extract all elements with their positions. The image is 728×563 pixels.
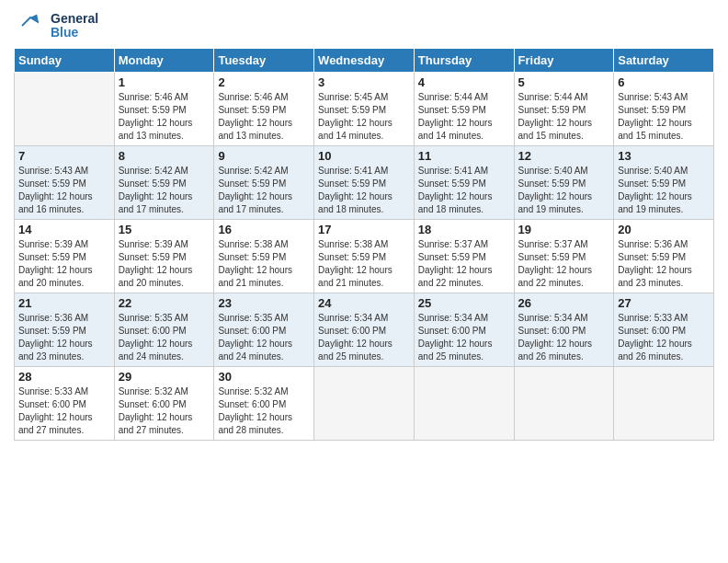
day-info: Sunrise: 5:41 AM Sunset: 5:59 PM Dayligh… — [418, 165, 510, 216]
day-number: 12 — [518, 149, 610, 163]
logo-bird-icon — [14, 9, 47, 42]
day-number: 26 — [518, 296, 610, 310]
day-number: 21 — [18, 296, 110, 310]
day-info: Sunrise: 5:46 AM Sunset: 5:59 PM Dayligh… — [218, 91, 310, 143]
calendar-cell: 24Sunrise: 5:34 AM Sunset: 6:00 PM Dayli… — [314, 293, 415, 367]
calendar-header-sunday: Sunday — [15, 49, 115, 73]
calendar-cell: 29Sunrise: 5:32 AM Sunset: 6:00 PM Dayli… — [114, 367, 214, 441]
logo-general: General — [51, 12, 98, 26]
calendar-cell — [314, 367, 415, 441]
calendar-cell: 10Sunrise: 5:41 AM Sunset: 5:59 PM Dayli… — [314, 146, 415, 220]
calendar-header-thursday: Thursday — [414, 49, 514, 73]
day-info: Sunrise: 5:43 AM Sunset: 5:59 PM Dayligh… — [18, 165, 110, 216]
day-number: 24 — [318, 296, 410, 310]
calendar-cell: 1Sunrise: 5:46 AM Sunset: 5:59 PM Daylig… — [114, 73, 214, 146]
day-number: 10 — [318, 149, 410, 163]
day-info: Sunrise: 5:45 AM Sunset: 5:59 PM Dayligh… — [318, 91, 410, 143]
calendar-cell — [15, 73, 115, 146]
day-number: 28 — [18, 370, 110, 384]
calendar-cell — [514, 367, 614, 441]
calendar-cell: 18Sunrise: 5:37 AM Sunset: 5:59 PM Dayli… — [414, 220, 514, 293]
day-info: Sunrise: 5:37 AM Sunset: 5:59 PM Dayligh… — [418, 238, 510, 290]
day-info: Sunrise: 5:43 AM Sunset: 5:59 PM Dayligh… — [618, 91, 710, 143]
day-number: 14 — [18, 223, 110, 236]
day-info: Sunrise: 5:38 AM Sunset: 5:59 PM Dayligh… — [318, 238, 410, 290]
day-number: 5 — [518, 75, 610, 89]
day-number: 22 — [119, 296, 210, 310]
day-info: Sunrise: 5:39 AM Sunset: 5:59 PM Dayligh… — [119, 238, 210, 290]
day-info: Sunrise: 5:36 AM Sunset: 5:59 PM Dayligh… — [18, 312, 110, 363]
calendar-cell: 9Sunrise: 5:42 AM Sunset: 5:59 PM Daylig… — [214, 146, 314, 220]
day-number: 9 — [218, 149, 310, 163]
day-info: Sunrise: 5:46 AM Sunset: 5:59 PM Dayligh… — [119, 91, 210, 143]
day-info: Sunrise: 5:34 AM Sunset: 6:00 PM Dayligh… — [318, 312, 410, 363]
calendar-cell: 4Sunrise: 5:44 AM Sunset: 5:59 PM Daylig… — [414, 73, 514, 146]
calendar-cell: 25Sunrise: 5:34 AM Sunset: 6:00 PM Dayli… — [414, 293, 514, 367]
day-info: Sunrise: 5:40 AM Sunset: 5:59 PM Dayligh… — [518, 165, 610, 216]
day-info: Sunrise: 5:39 AM Sunset: 5:59 PM Dayligh… — [18, 238, 110, 290]
calendar-cell: 19Sunrise: 5:37 AM Sunset: 5:59 PM Dayli… — [514, 220, 614, 293]
day-info: Sunrise: 5:34 AM Sunset: 6:00 PM Dayligh… — [518, 312, 610, 363]
calendar-week-5: 28Sunrise: 5:33 AM Sunset: 6:00 PM Dayli… — [15, 367, 714, 441]
day-info: Sunrise: 5:42 AM Sunset: 5:59 PM Dayligh… — [119, 165, 210, 216]
calendar-cell: 30Sunrise: 5:32 AM Sunset: 6:00 PM Dayli… — [214, 367, 314, 441]
calendar-week-4: 21Sunrise: 5:36 AM Sunset: 5:59 PM Dayli… — [15, 293, 714, 367]
day-number: 6 — [618, 75, 710, 89]
day-number: 13 — [618, 149, 710, 163]
calendar-cell: 20Sunrise: 5:36 AM Sunset: 5:59 PM Dayli… — [614, 220, 714, 293]
logo-text: General Blue — [51, 12, 98, 40]
day-info: Sunrise: 5:41 AM Sunset: 5:59 PM Dayligh… — [318, 165, 410, 216]
calendar-cell: 13Sunrise: 5:40 AM Sunset: 5:59 PM Dayli… — [614, 146, 714, 220]
page-header: General Blue — [14, 9, 714, 42]
calendar-cell: 27Sunrise: 5:33 AM Sunset: 6:00 PM Dayli… — [614, 293, 714, 367]
day-number: 1 — [119, 75, 210, 89]
calendar-cell: 22Sunrise: 5:35 AM Sunset: 6:00 PM Dayli… — [114, 293, 214, 367]
day-number: 23 — [218, 296, 310, 310]
calendar-cell: 21Sunrise: 5:36 AM Sunset: 5:59 PM Dayli… — [15, 293, 115, 367]
day-number: 2 — [218, 75, 310, 89]
day-number: 29 — [119, 370, 210, 384]
calendar-cell: 2Sunrise: 5:46 AM Sunset: 5:59 PM Daylig… — [214, 73, 314, 146]
page-container: General Blue SundayMondayTuesdayWednesda… — [0, 0, 728, 450]
day-number: 17 — [318, 223, 410, 236]
calendar-cell: 28Sunrise: 5:33 AM Sunset: 6:00 PM Dayli… — [15, 367, 115, 441]
day-info: Sunrise: 5:40 AM Sunset: 5:59 PM Dayligh… — [618, 165, 710, 216]
day-info: Sunrise: 5:38 AM Sunset: 5:59 PM Dayligh… — [218, 238, 310, 290]
logo: General Blue — [14, 9, 98, 42]
calendar-cell: 11Sunrise: 5:41 AM Sunset: 5:59 PM Dayli… — [414, 146, 514, 220]
day-number: 18 — [418, 223, 510, 236]
day-info: Sunrise: 5:35 AM Sunset: 6:00 PM Dayligh… — [119, 312, 210, 363]
day-number: 20 — [618, 223, 710, 236]
calendar-cell: 26Sunrise: 5:34 AM Sunset: 6:00 PM Dayli… — [514, 293, 614, 367]
calendar-cell: 8Sunrise: 5:42 AM Sunset: 5:59 PM Daylig… — [114, 146, 214, 220]
calendar-cell: 5Sunrise: 5:44 AM Sunset: 5:59 PM Daylig… — [514, 73, 614, 146]
day-info: Sunrise: 5:37 AM Sunset: 5:59 PM Dayligh… — [518, 238, 610, 290]
day-info: Sunrise: 5:44 AM Sunset: 5:59 PM Dayligh… — [418, 91, 510, 143]
day-info: Sunrise: 5:32 AM Sunset: 6:00 PM Dayligh… — [119, 385, 210, 437]
day-number: 16 — [218, 223, 310, 236]
calendar-header-monday: Monday — [114, 49, 214, 73]
calendar-week-3: 14Sunrise: 5:39 AM Sunset: 5:59 PM Dayli… — [15, 220, 714, 293]
logo-blue: Blue — [51, 26, 98, 40]
calendar-header-saturday: Saturday — [614, 49, 714, 73]
day-number: 8 — [119, 149, 210, 163]
calendar-cell — [614, 367, 714, 441]
day-number: 27 — [618, 296, 710, 310]
calendar-week-2: 7Sunrise: 5:43 AM Sunset: 5:59 PM Daylig… — [15, 146, 714, 220]
day-number: 11 — [418, 149, 510, 163]
calendar-week-1: 1Sunrise: 5:46 AM Sunset: 5:59 PM Daylig… — [15, 73, 714, 146]
day-number: 25 — [418, 296, 510, 310]
calendar-cell: 3Sunrise: 5:45 AM Sunset: 5:59 PM Daylig… — [314, 73, 415, 146]
calendar-cell: 7Sunrise: 5:43 AM Sunset: 5:59 PM Daylig… — [15, 146, 115, 220]
calendar-header-wednesday: Wednesday — [314, 49, 415, 73]
day-info: Sunrise: 5:32 AM Sunset: 6:00 PM Dayligh… — [218, 385, 310, 437]
calendar-cell: 6Sunrise: 5:43 AM Sunset: 5:59 PM Daylig… — [614, 73, 714, 146]
calendar-cell: 23Sunrise: 5:35 AM Sunset: 6:00 PM Dayli… — [214, 293, 314, 367]
day-info: Sunrise: 5:33 AM Sunset: 6:00 PM Dayligh… — [618, 312, 710, 363]
day-number: 15 — [119, 223, 210, 236]
day-info: Sunrise: 5:34 AM Sunset: 6:00 PM Dayligh… — [418, 312, 510, 363]
calendar-cell: 15Sunrise: 5:39 AM Sunset: 5:59 PM Dayli… — [114, 220, 214, 293]
calendar-cell — [414, 367, 514, 441]
day-number: 3 — [318, 75, 410, 89]
day-number: 19 — [518, 223, 610, 236]
